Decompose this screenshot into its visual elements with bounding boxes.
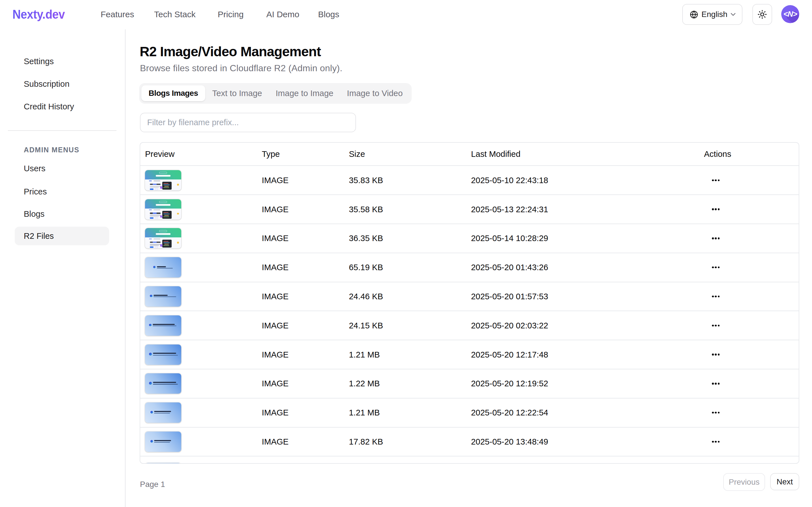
svg-text:<N>: <N> bbox=[783, 10, 797, 18]
